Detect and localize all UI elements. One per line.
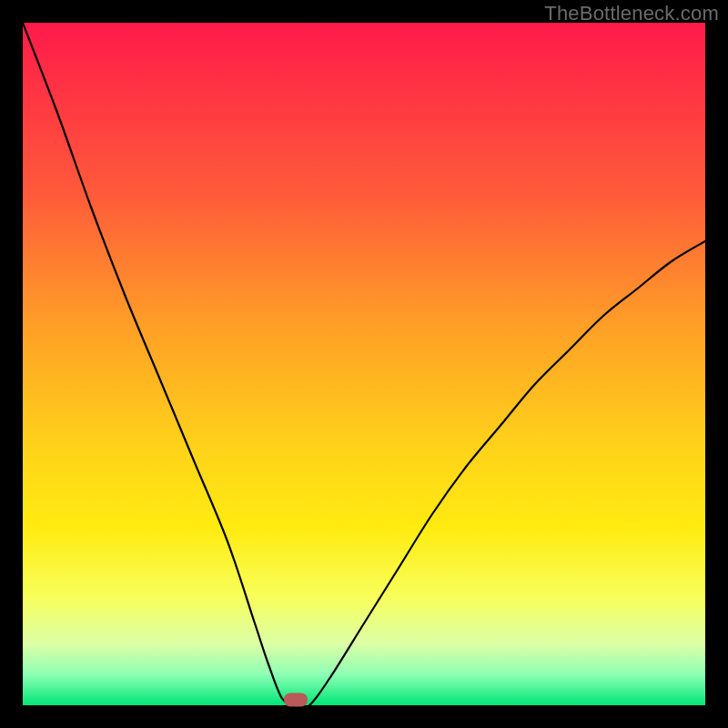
bottleneck-curve [23,23,705,705]
optimal-marker [284,693,308,707]
chart-area [23,23,705,705]
